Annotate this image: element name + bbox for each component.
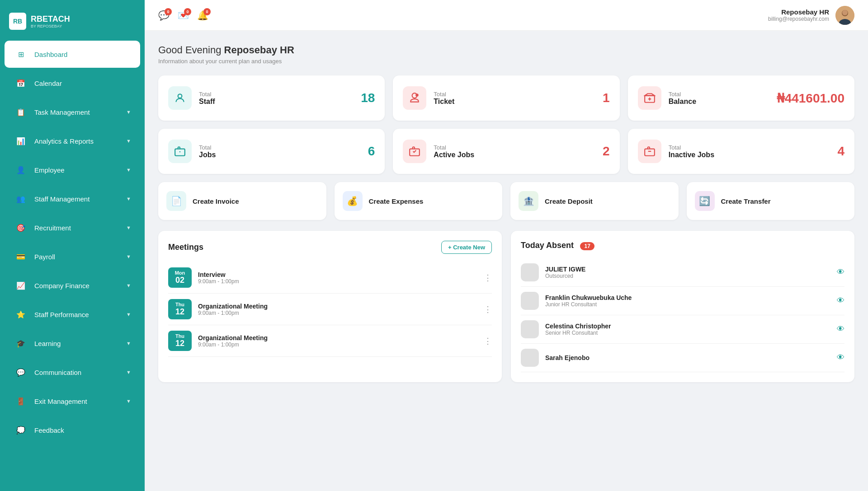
- active-jobs-label: Total: [434, 144, 595, 151]
- balance-stat-label: Total: [669, 91, 769, 98]
- inactive-jobs-sublabel: Inactive Jobs: [669, 151, 830, 159]
- meeting-num-2: 12: [168, 339, 192, 348]
- exit-icon: 🚪: [14, 394, 28, 408]
- view-absent-2[interactable]: 👁: [837, 325, 844, 334]
- avatar[interactable]: [835, 6, 854, 25]
- meeting-item-0: Mon 02 Interview 9:00am - 1:00pm ⋮: [168, 262, 492, 294]
- stats-row-1: Total Staff 18 Total Ticket 1: [158, 75, 854, 121]
- meeting-item-1: Thu 12 Organizational Meeting 9:00am - 1…: [168, 294, 492, 325]
- create-transfer-button[interactable]: 🔄 Create Transfer: [687, 182, 855, 220]
- ticket-stat-value: 1: [603, 91, 610, 105]
- meeting-day-2: Thu: [168, 333, 192, 339]
- inbox-notification-button[interactable]: 💌 0: [178, 10, 189, 21]
- balance-stat-info: Total Balance: [669, 91, 769, 106]
- sidebar-item-staff-management[interactable]: 👥 Staff Management ▼: [5, 185, 140, 212]
- meeting-menu-1[interactable]: ⋮: [484, 304, 492, 314]
- absent-info-2: Celestina Christopher Senior HR Consulta…: [545, 323, 830, 336]
- create-deposit-button[interactable]: 🏦 Create Deposit: [510, 182, 679, 220]
- sidebar-label-employee: Employee: [34, 166, 65, 174]
- sidebar-item-exit-management[interactable]: 🚪 Exit Management ▼: [5, 388, 140, 415]
- sidebar-item-company-finance[interactable]: 📈 Company Finance ▼: [5, 272, 140, 299]
- absent-role-2: Senior HR Consultant: [545, 330, 830, 336]
- meeting-info-1: Organizational Meeting 9:00am - 1:00pm: [198, 303, 477, 316]
- transfer-icon: 🔄: [695, 191, 715, 211]
- staff-stat-value: 18: [361, 91, 375, 105]
- balance-stat-icon: [638, 86, 661, 110]
- meeting-day-0: Mon: [168, 270, 192, 276]
- sidebar-item-feedback[interactable]: 💭 Feedback: [5, 416, 140, 444]
- sidebar-item-payroll[interactable]: 💳 Payroll ▼: [5, 243, 140, 270]
- dashboard-icon: ⊞: [14, 47, 28, 61]
- ticket-stat-label: Total: [434, 91, 595, 98]
- svg-point-3: [842, 10, 848, 15]
- inactive-jobs-icon: [638, 140, 661, 163]
- absent-panel-title: Today Absent: [521, 241, 574, 250]
- chevron-icon: ▼: [126, 312, 131, 317]
- stat-card-staff: Total Staff 18: [158, 75, 385, 121]
- view-absent-1[interactable]: 👁: [837, 296, 844, 305]
- absent-name-1: Franklin Chukwuebuka Uche: [545, 294, 830, 301]
- create-expenses-button[interactable]: 💰 Create Expenses: [335, 182, 503, 220]
- sidebar-item-learning[interactable]: 🎓 Learning ▼: [5, 330, 140, 357]
- logo-subtext: BY REPOSEBAY: [31, 24, 70, 28]
- meeting-menu-2[interactable]: ⋮: [484, 336, 492, 346]
- sidebar-item-dashboard[interactable]: ⊞ Dashboard: [5, 41, 140, 68]
- bell-badge: 0: [203, 8, 211, 15]
- sidebar-item-recruitment[interactable]: 🎯 Recruitment ▼: [5, 214, 140, 241]
- view-absent-3[interactable]: 👁: [837, 353, 844, 362]
- chevron-icon: ▼: [126, 341, 131, 346]
- sidebar-item-task-management[interactable]: 📋 Task Management ▼: [5, 98, 140, 126]
- deposit-label: Create Deposit: [545, 197, 593, 205]
- sidebar-item-staff-performance[interactable]: ⭐ Staff Performance ▼: [5, 301, 140, 328]
- sidebar-item-communication[interactable]: 💬 Communication ▼: [5, 359, 140, 386]
- sidebar-item-analytics[interactable]: 📊 Analytics & Reports ▼: [5, 127, 140, 154]
- absent-item-1: Franklin Chukwuebuka Uche Junior HR Cons…: [521, 287, 844, 315]
- absent-panel: Today Absent 17 JULIET IGWE Outsourced 👁: [511, 231, 854, 382]
- analytics-icon: 📊: [14, 134, 28, 148]
- sidebar-label-finance: Company Finance: [34, 282, 90, 290]
- sidebar-label-feedback: Feedback: [34, 426, 64, 434]
- absent-title: Today Absent 17: [521, 241, 594, 250]
- user-email: billing@reposebayhr.com: [768, 16, 829, 22]
- view-absent-0[interactable]: 👁: [837, 268, 844, 277]
- create-meeting-button[interactable]: + Create New: [441, 241, 492, 254]
- employee-icon: 👤: [14, 163, 28, 177]
- svg-rect-9: [175, 149, 185, 156]
- ticket-stat-icon: [403, 86, 426, 110]
- greeting-section: Good Evening Reposebay HR Information ab…: [158, 44, 854, 65]
- active-jobs-sublabel: Active Jobs: [434, 151, 595, 159]
- meeting-menu-0[interactable]: ⋮: [484, 273, 492, 283]
- absent-item-2: Celestina Christopher Senior HR Consulta…: [521, 315, 844, 344]
- sidebar-label-analytics: Analytics & Reports: [34, 137, 94, 145]
- staff-stat-icon: [168, 86, 192, 110]
- active-jobs-icon: [403, 140, 426, 163]
- meetings-header: Meetings + Create New: [168, 241, 492, 254]
- expenses-label: Create Expenses: [369, 197, 424, 205]
- chevron-icon: ▼: [126, 398, 131, 404]
- sidebar-label-learning: Learning: [34, 340, 61, 347]
- inactive-jobs-value: 4: [837, 144, 844, 159]
- svg-rect-12: [645, 149, 655, 156]
- logo-text: RBETACH: [31, 14, 70, 23]
- sidebar: RB RBETACH BY REPOSEBAY ⊞ Dashboard 📅 Ca…: [0, 0, 145, 491]
- chat-notification-button[interactable]: 💬 0: [158, 10, 170, 21]
- meeting-info-2: Organizational Meeting 9:00am - 1:00pm: [198, 334, 477, 348]
- stat-card-ticket: Total Ticket 1: [393, 75, 619, 121]
- sidebar-label-exit: Exit Management: [34, 397, 87, 405]
- absent-item-3: Sarah Ejenobo 👁: [521, 344, 844, 372]
- create-invoice-button[interactable]: 📄 Create Invoice: [158, 182, 326, 220]
- meeting-day-1: Thu: [168, 302, 192, 307]
- ticket-stat-info: Total Ticket: [434, 91, 595, 106]
- stat-card-jobs: Total Jobs 6: [158, 129, 385, 174]
- logo-icon: RB: [9, 13, 26, 30]
- sidebar-item-calendar[interactable]: 📅 Calendar: [5, 70, 140, 97]
- sidebar-label-staff-mgmt: Staff Management: [34, 195, 90, 203]
- meeting-time-2: 9:00am - 1:00pm: [198, 341, 477, 348]
- meetings-title: Meetings: [168, 243, 203, 252]
- invoice-icon: 📄: [166, 191, 186, 211]
- communication-icon: 💬: [14, 365, 28, 379]
- bell-notification-button[interactable]: 🔔 0: [197, 10, 208, 21]
- greeting-prefix: Good Evening: [158, 44, 224, 56]
- sidebar-item-employee[interactable]: 👤 Employee ▼: [5, 156, 140, 183]
- invoice-label: Create Invoice: [193, 197, 239, 205]
